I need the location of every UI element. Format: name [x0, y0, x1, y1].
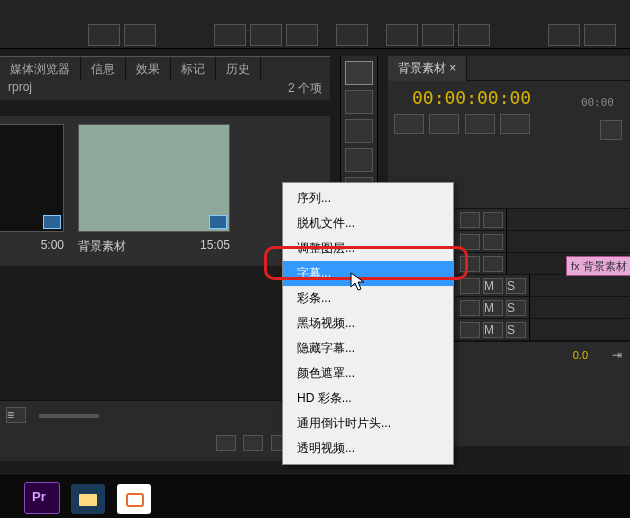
tab-info[interactable]: 信息	[81, 57, 126, 82]
transport-button[interactable]	[584, 24, 616, 46]
clip-duration: 15:05	[200, 238, 230, 252]
context-menu-item[interactable]: HD 彩条...	[283, 386, 453, 411]
timeline-scale: 00:00	[581, 96, 614, 109]
track-toggle[interactable]	[460, 212, 480, 228]
rate-stretch-tool-icon[interactable]	[345, 148, 373, 172]
track-toggle[interactable]	[460, 234, 480, 250]
transport-button[interactable]	[88, 24, 120, 46]
panel-tabs: 媒体浏览器 信息 效果 标记 历史	[0, 56, 330, 82]
project-thumbnails: 5:00 背景素材15:05	[0, 116, 330, 266]
context-menu-item[interactable]: 字幕...	[283, 261, 453, 286]
timeline-clip[interactable]: fx 背景素材	[566, 256, 630, 276]
sequence-buttons	[388, 114, 630, 142]
taskbar-explorer-icon[interactable]	[71, 484, 105, 514]
track-toggle[interactable]	[460, 256, 480, 272]
context-menu-item[interactable]: 调整图层...	[283, 236, 453, 261]
tab-media-browser[interactable]: 媒体浏览器	[0, 57, 81, 82]
context-menu-item[interactable]: 黑场视频...	[283, 311, 453, 336]
context-menu-item[interactable]: 通用倒计时片头...	[283, 411, 453, 436]
transport-button[interactable]	[250, 24, 282, 46]
track-toggle[interactable]	[460, 322, 480, 338]
context-menu-item[interactable]: 脱机文件...	[283, 211, 453, 236]
find-icon[interactable]	[216, 435, 236, 451]
sequence-badge-icon	[209, 215, 227, 229]
solo-button[interactable]: S	[506, 278, 526, 294]
context-menu-item[interactable]: 颜色遮罩...	[283, 361, 453, 386]
track-toggle[interactable]	[460, 278, 480, 294]
context-menu-item[interactable]: 透明视频...	[283, 436, 453, 461]
solo-button[interactable]: S	[506, 300, 526, 316]
thumbnail-preview	[78, 124, 230, 232]
track-eye-icon[interactable]	[483, 256, 503, 272]
snap-button[interactable]	[394, 114, 424, 134]
project-panel-header: rproj 2 个项	[0, 80, 330, 100]
mute-button[interactable]: M	[483, 278, 503, 294]
tab-history[interactable]: 历史	[216, 57, 261, 82]
linked-selection-button[interactable]	[429, 114, 459, 134]
context-menu: 序列...脱机文件...调整图层...字幕...彩条...黑场视频...隐藏字幕…	[282, 182, 454, 465]
track-toggle[interactable]	[460, 300, 480, 316]
ripple-tool-icon[interactable]	[345, 119, 373, 143]
track-select-tool-icon[interactable]	[345, 90, 373, 114]
project-item-count: 2 个项	[288, 80, 322, 97]
new-bin-icon[interactable]	[243, 435, 263, 451]
timecode-display[interactable]: 00:00:00:0000:00	[388, 81, 630, 114]
transport-button[interactable]	[386, 24, 418, 46]
context-menu-item[interactable]: 彩条...	[283, 286, 453, 311]
wrench-icon[interactable]	[600, 120, 622, 140]
list-view-icon[interactable]: ≡	[6, 407, 26, 423]
track-eye-icon[interactable]	[483, 234, 503, 250]
tab-markers[interactable]: 标记	[171, 57, 216, 82]
track-eye-icon[interactable]	[483, 212, 503, 228]
clip-duration: 5:00	[41, 238, 64, 252]
top-toolbar	[0, 0, 630, 49]
solo-button[interactable]: S	[506, 322, 526, 338]
project-name: rproj	[8, 80, 32, 94]
sequence-badge-icon	[43, 215, 61, 229]
zoom-slider[interactable]	[39, 414, 99, 418]
sequence-tab[interactable]: 背景素材 ×	[388, 56, 467, 81]
tab-effects[interactable]: 效果	[126, 57, 171, 82]
taskbar-app-icon[interactable]	[117, 484, 151, 514]
transport-button[interactable]	[214, 24, 246, 46]
settings-button[interactable]	[500, 114, 530, 134]
expand-icon[interactable]: ⇥	[612, 348, 622, 362]
taskbar-premiere-icon[interactable]	[24, 482, 60, 514]
marker-button[interactable]	[465, 114, 495, 134]
context-menu-item[interactable]: 序列...	[283, 186, 453, 211]
transport-button[interactable]	[124, 24, 156, 46]
project-panel-footer: ≡	[0, 400, 330, 461]
mute-button[interactable]: M	[483, 322, 503, 338]
transport-button[interactable]	[458, 24, 490, 46]
taskbar	[0, 475, 630, 518]
transport-button[interactable]	[286, 24, 318, 46]
context-menu-item[interactable]: 隐藏字幕...	[283, 336, 453, 361]
transport-button[interactable]	[548, 24, 580, 46]
play-button[interactable]	[336, 24, 368, 46]
clip-label: 背景素材	[78, 239, 126, 253]
selection-tool-icon[interactable]	[345, 61, 373, 85]
thumbnail-preview	[0, 124, 64, 232]
project-item[interactable]: 5:00	[0, 124, 64, 252]
project-item[interactable]: 背景素材15:05	[78, 124, 230, 255]
mute-button[interactable]: M	[483, 300, 503, 316]
transport-button[interactable]	[422, 24, 454, 46]
